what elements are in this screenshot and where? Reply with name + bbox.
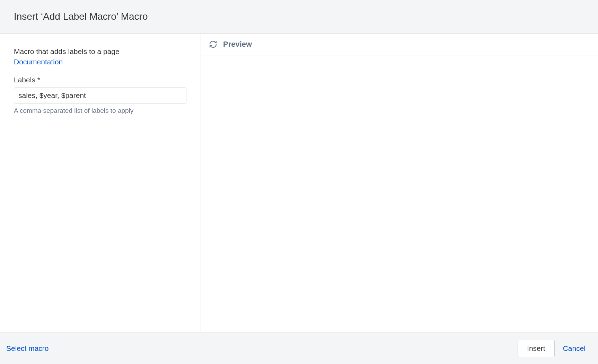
documentation-link[interactable]: Documentation [14, 58, 63, 66]
dialog-title: Insert ‘Add Label Macro’ Macro [14, 11, 584, 22]
select-macro-link[interactable]: Select macro [6, 344, 49, 353]
preview-title: Preview [223, 40, 252, 49]
dialog-body: Macro that adds labels to a page Documen… [0, 34, 598, 333]
refresh-icon[interactable] [209, 40, 218, 49]
macro-description: Macro that adds labels to a page [14, 47, 187, 56]
preview-header: Preview [201, 34, 598, 55]
insert-button[interactable]: Insert [518, 340, 555, 357]
footer-left: Select macro [6, 344, 49, 353]
dialog-header: Insert ‘Add Label Macro’ Macro [0, 0, 598, 34]
preview-content [201, 55, 598, 333]
macro-dialog: Insert ‘Add Label Macro’ Macro Macro tha… [0, 0, 598, 364]
labels-field-label: Labels * [14, 76, 187, 84]
dialog-footer: Select macro Insert Cancel [0, 333, 598, 364]
cancel-button[interactable]: Cancel [563, 344, 586, 353]
config-panel: Macro that adds labels to a page Documen… [0, 34, 201, 333]
labels-field-help: A comma separated list of labels to appl… [14, 107, 187, 115]
preview-panel: Preview [201, 34, 598, 333]
footer-right: Insert Cancel [518, 340, 586, 357]
labels-field-group: Labels * A comma separated list of label… [14, 76, 187, 115]
labels-input[interactable] [14, 88, 186, 103]
